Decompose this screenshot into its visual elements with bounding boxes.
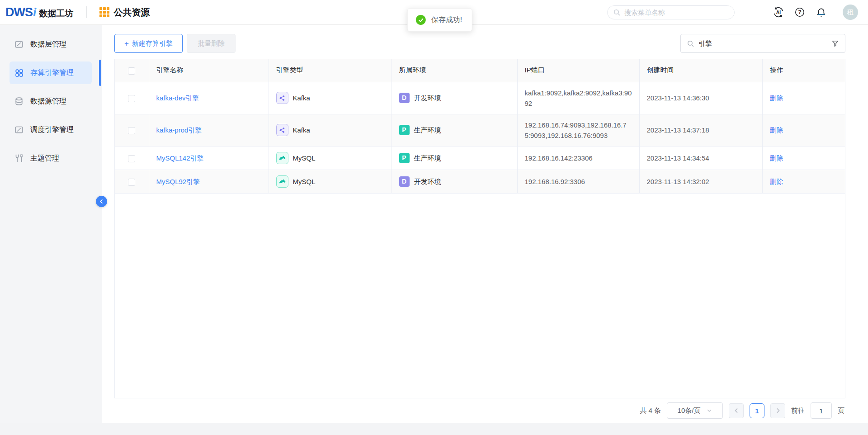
- total-count: 共 4 条: [640, 407, 661, 415]
- logo-dws: DWS: [5, 5, 33, 19]
- column-header-ip: IP端口: [517, 59, 639, 82]
- delete-link[interactable]: 删除: [770, 94, 783, 102]
- batch-delete-button[interactable]: 批量删除: [187, 34, 236, 53]
- column-header-created: 创建时间: [639, 59, 762, 82]
- chevron-left-icon: [99, 199, 104, 204]
- sidebar-item-scheduler-engine[interactable]: 调度引擎管理: [9, 118, 92, 141]
- top-header: DWSi 数据工坊 公共资源 AI ?: [0, 0, 868, 25]
- column-header-name: 引擎名称: [149, 59, 269, 82]
- components-icon: [14, 68, 24, 77]
- column-header-type: 引擎类型: [269, 59, 392, 82]
- env-badge: P: [399, 153, 410, 163]
- create-engine-button[interactable]: + 新建存算引擎: [114, 34, 183, 53]
- row-checkbox[interactable]: [128, 95, 135, 102]
- toast-success: 保存成功!: [407, 8, 472, 32]
- page-size-select[interactable]: 10条/页: [667, 402, 723, 419]
- table-search-box[interactable]: [680, 34, 845, 53]
- engine-type-label: Kafka: [293, 125, 310, 135]
- menu-search-input[interactable]: [624, 9, 729, 16]
- sidebar-item-data-source[interactable]: 数据源管理: [9, 90, 92, 113]
- search-icon: [687, 40, 694, 47]
- ip-port-value: 192.168.16.74:9093,192.168.16.75:9093,19…: [517, 114, 639, 146]
- engine-type-label: MySQL: [293, 176, 316, 187]
- engines-table-card: 引擎名称 引擎类型 所属环境 IP端口 创建时间 操作 kafka-dev引擎: [114, 59, 845, 398]
- sidebar-item-data-layer[interactable]: 数据层管理: [9, 33, 92, 56]
- table-search-input[interactable]: [698, 40, 827, 47]
- row-checkbox[interactable]: [128, 155, 135, 162]
- engine-name-link[interactable]: kafka-prod引擎: [156, 126, 202, 134]
- sidebar-item-storage-engine[interactable]: 存算引擎管理: [9, 61, 92, 84]
- layer-edit-icon: [14, 40, 24, 49]
- mysql-icon: [278, 178, 286, 185]
- page-1-button[interactable]: 1: [750, 403, 764, 418]
- delete-link[interactable]: 删除: [770, 154, 783, 162]
- ip-port-value: kafka1:9092,kafka2:9092,kafka3:9092: [517, 82, 639, 114]
- menu-search-box[interactable]: [607, 5, 735, 19]
- engine-name-link[interactable]: kafka-dev引擎: [156, 94, 199, 102]
- prev-page-button[interactable]: [729, 403, 744, 418]
- sidebar-collapse-button[interactable]: [96, 196, 107, 207]
- engine-type-icon: [276, 124, 288, 136]
- plus-icon: +: [124, 40, 129, 47]
- pagination-bar: 共 4 条 10条/页 1 前往 页: [114, 398, 845, 423]
- page-unit-label: 页: [838, 407, 844, 415]
- kafka-icon: [278, 95, 286, 102]
- main-content: + 新建存算引擎 批量删除 引: [102, 25, 868, 423]
- grid-icon: [99, 7, 109, 17]
- env-label: 生产环境: [414, 153, 441, 163]
- check-circle-icon: [416, 15, 426, 25]
- logo-brand: 数据工坊: [39, 8, 74, 19]
- mysql-icon: [278, 154, 286, 162]
- table-row: MySQL142引擎 MySQL P 生产环境: [115, 146, 845, 170]
- table-row: kafka-dev引擎 Kafka D 开发环境: [115, 82, 845, 114]
- toolbar: + 新建存算引擎 批量删除: [114, 34, 845, 53]
- created-time-value: 2023-11-13 14:34:54: [639, 146, 762, 170]
- user-avatar[interactable]: 租: [843, 5, 858, 20]
- toast-message: 保存成功!: [431, 15, 462, 25]
- env-badge: P: [399, 125, 410, 135]
- filter-funnel-icon[interactable]: [831, 40, 839, 47]
- table-row: kafka-prod引擎 Kafka P 生产环境: [115, 114, 845, 146]
- engine-name-link[interactable]: MySQL92引擎: [156, 178, 200, 185]
- row-checkbox[interactable]: [128, 127, 135, 134]
- chevron-down-icon: [707, 408, 712, 413]
- column-header-env: 所属环境: [392, 59, 517, 82]
- goto-page-input[interactable]: [811, 402, 832, 419]
- table-header-row: 引擎名称 引擎类型 所属环境 IP端口 创建时间 操作: [115, 59, 845, 82]
- sidebar-item-label: 存算引擎管理: [30, 68, 74, 78]
- next-page-button[interactable]: [770, 403, 785, 418]
- created-time-value: 2023-11-13 14:36:30: [639, 82, 762, 114]
- svg-text:?: ?: [798, 9, 802, 15]
- database-icon: [14, 97, 24, 106]
- env-label: 开发环境: [414, 93, 441, 103]
- chevron-right-icon: [775, 408, 781, 413]
- engine-type-icon: [276, 92, 288, 104]
- row-checkbox[interactable]: [128, 179, 135, 186]
- notification-bell-icon[interactable]: [815, 6, 827, 18]
- created-time-value: 2023-11-13 14:32:02: [639, 170, 762, 193]
- select-all-checkbox[interactable]: [128, 67, 135, 75]
- ai-assistant-icon[interactable]: AI: [773, 6, 784, 18]
- engine-name-link[interactable]: MySQL142引擎: [156, 154, 204, 162]
- engines-table: 引擎名称 引擎类型 所属环境 IP端口 创建时间 操作 kafka-dev引擎: [115, 59, 845, 194]
- engine-type-label: Kafka: [293, 93, 310, 103]
- table-body: kafka-dev引擎 Kafka D 开发环境: [115, 82, 845, 193]
- chevron-left-icon: [734, 408, 739, 413]
- app-switcher[interactable]: 公共资源: [99, 6, 150, 19]
- delete-link[interactable]: 删除: [770, 178, 783, 185]
- env-badge: D: [399, 93, 410, 103]
- logo-i: i: [33, 5, 37, 19]
- sidebar-item-label: 数据层管理: [30, 40, 66, 49]
- created-time-value: 2023-11-13 14:37:18: [639, 114, 762, 146]
- layer-edit-icon: [14, 125, 24, 134]
- goto-label: 前往: [791, 407, 805, 415]
- help-icon[interactable]: ?: [794, 6, 806, 18]
- page-title: 公共资源: [114, 6, 150, 19]
- ip-port-value: 192.168.16.142:23306: [517, 146, 639, 170]
- engine-type-label: MySQL: [293, 153, 316, 163]
- sidebar-item-theme[interactable]: 主题管理: [9, 147, 92, 170]
- header-divider: [86, 6, 87, 18]
- engine-type-icon: [276, 175, 288, 188]
- env-label: 开发环境: [414, 176, 441, 187]
- delete-link[interactable]: 删除: [770, 126, 783, 134]
